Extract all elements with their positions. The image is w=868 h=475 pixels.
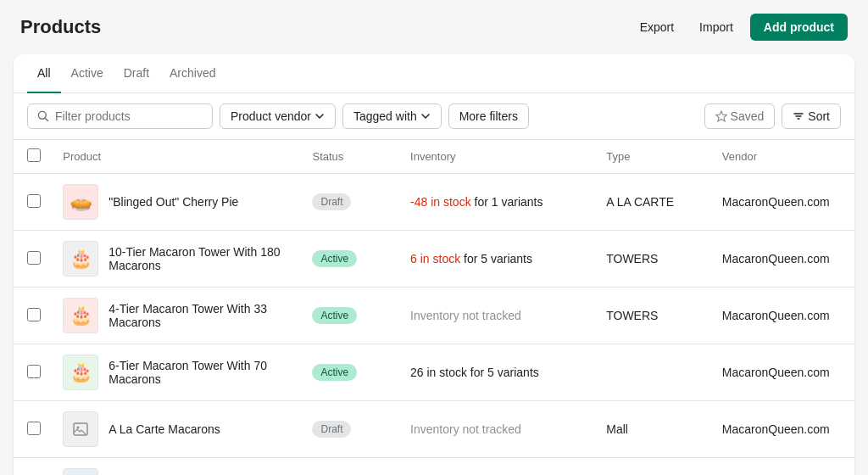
product-type: TOWERS bbox=[596, 231, 712, 288]
tagged-with-label: Tagged with bbox=[353, 109, 417, 123]
tab-archived[interactable]: Archived bbox=[159, 54, 225, 93]
product-thumbnail bbox=[63, 411, 98, 447]
tab-draft[interactable]: Draft bbox=[114, 54, 159, 93]
col-header-type: Type bbox=[596, 140, 712, 174]
product-thumbnail: 🎂 bbox=[63, 355, 98, 390]
sort-icon bbox=[793, 110, 804, 122]
product-name: 10-Tier Macaron Tower With 180 Macarons bbox=[108, 245, 292, 272]
add-product-button[interactable]: Add product bbox=[750, 14, 848, 41]
product-vendor: MacaronQueen.com bbox=[712, 344, 854, 401]
status-badge: Draft bbox=[312, 193, 351, 210]
more-filters-button[interactable]: More filters bbox=[448, 103, 529, 129]
product-vendor: MacaronQueen.com bbox=[712, 288, 854, 344]
product-name: "Blinged Out" Cherry Pie bbox=[108, 195, 238, 209]
import-button[interactable]: Import bbox=[691, 15, 742, 39]
product-vendor: MacaronQueen.com bbox=[712, 458, 854, 476]
row-checkbox[interactable] bbox=[27, 194, 41, 208]
products-card: All Active Draft Archived Product vendor… bbox=[14, 54, 854, 475]
product-thumbnail: 🎂 bbox=[63, 241, 98, 277]
row-checkbox[interactable] bbox=[27, 308, 41, 321]
status-badge: Active bbox=[312, 250, 357, 267]
image-placeholder-icon bbox=[72, 421, 89, 438]
product-cell: 🥧 "Blinged Out" Cherry Pie bbox=[63, 184, 292, 220]
row-checkbox[interactable] bbox=[27, 422, 41, 435]
products-table: Product Status Inventory Type Vendor 🥧 "… bbox=[14, 140, 854, 475]
status-badge: Active bbox=[312, 307, 357, 324]
col-header-vendor: Vendor bbox=[712, 140, 854, 174]
product-name: 4-Tier Macaron Tower With 33 Macarons bbox=[108, 302, 292, 329]
product-vendor-label: Product vendor bbox=[231, 109, 311, 123]
tab-active[interactable]: Active bbox=[61, 54, 114, 93]
saved-button[interactable]: Saved bbox=[704, 103, 776, 129]
table-row: A La Carte Macarons DraftInventory not t… bbox=[14, 401, 854, 458]
product-vendor: MacaronQueen.com bbox=[712, 231, 854, 288]
product-type: TOWERS bbox=[596, 288, 712, 344]
page-title: Products bbox=[20, 16, 101, 38]
row-checkbox[interactable] bbox=[27, 251, 41, 265]
chevron-down-icon bbox=[420, 111, 431, 121]
product-vendor-filter[interactable]: Product vendor bbox=[220, 103, 336, 129]
table-row: 🥧 "Blinged Out" Cherry Pie Draft-48 in s… bbox=[14, 174, 854, 231]
header-actions: Export Import Add product bbox=[632, 14, 848, 41]
product-cell: 🥐 Almond Croissant bbox=[63, 468, 292, 475]
inventory-value: -48 in stock for 1 variants bbox=[410, 195, 542, 209]
inventory-value: Inventory not tracked bbox=[410, 309, 521, 322]
inventory-value: Inventory not tracked bbox=[410, 422, 521, 436]
product-cell: 🎂 4-Tier Macaron Tower With 33 Macarons bbox=[63, 298, 292, 333]
search-icon bbox=[36, 109, 50, 123]
product-cell: 🎂 6-Tier Macaron Tower With 70 Macarons bbox=[63, 355, 292, 390]
more-filters-label: More filters bbox=[459, 109, 518, 123]
sort-button[interactable]: Sort bbox=[782, 103, 841, 129]
table-row: 🎂 6-Tier Macaron Tower With 70 Macarons … bbox=[14, 344, 854, 401]
search-box[interactable] bbox=[27, 103, 213, 129]
table-row: 🎂 10-Tier Macaron Tower With 180 Macaron… bbox=[14, 231, 854, 288]
table-row: 🎂 4-Tier Macaron Tower With 33 Macarons … bbox=[14, 288, 854, 344]
product-type: A LA CARTE bbox=[596, 174, 712, 231]
sort-label: Sort bbox=[808, 109, 830, 123]
product-type: A LA CARTE bbox=[596, 458, 712, 476]
inventory-value: 6 in stock for 5 variants bbox=[410, 252, 532, 265]
col-header-status: Status bbox=[302, 140, 400, 174]
table-row: 🥐 Almond Croissant Draft-116 in stock fo… bbox=[14, 458, 854, 476]
product-vendor: MacaronQueen.com bbox=[712, 401, 854, 458]
product-name: A La Carte Macarons bbox=[108, 422, 220, 436]
product-vendor: MacaronQueen.com bbox=[712, 174, 854, 231]
row-checkbox[interactable] bbox=[27, 365, 41, 378]
tab-all[interactable]: All bbox=[27, 54, 61, 93]
product-type: Mall bbox=[596, 401, 712, 458]
filters-row: Product vendor Tagged with More filters … bbox=[14, 93, 854, 140]
export-button[interactable]: Export bbox=[632, 15, 682, 39]
product-cell: A La Carte Macarons bbox=[63, 411, 292, 447]
product-thumbnail: 🎂 bbox=[63, 298, 98, 333]
star-icon bbox=[715, 110, 727, 122]
search-input[interactable] bbox=[55, 109, 203, 123]
select-all-checkbox[interactable] bbox=[27, 148, 41, 162]
tagged-with-filter[interactable]: Tagged with bbox=[342, 103, 442, 129]
inventory-value: 26 in stock for 5 variants bbox=[410, 366, 539, 379]
status-badge: Active bbox=[312, 364, 357, 381]
col-header-product: Product bbox=[53, 140, 302, 174]
product-name: 6-Tier Macaron Tower With 70 Macarons bbox=[108, 359, 292, 386]
product-cell: 🎂 10-Tier Macaron Tower With 180 Macaron… bbox=[63, 241, 292, 277]
tabs-container: All Active Draft Archived bbox=[14, 54, 854, 93]
saved-label: Saved bbox=[731, 109, 765, 123]
page-header: Products Export Import Add product bbox=[0, 0, 868, 54]
chevron-down-icon bbox=[314, 111, 325, 121]
svg-line-1 bbox=[45, 118, 48, 121]
status-badge: Draft bbox=[312, 421, 351, 438]
product-thumbnail: 🥐 bbox=[63, 468, 98, 475]
svg-marker-2 bbox=[715, 111, 726, 121]
svg-point-7 bbox=[77, 427, 80, 429]
product-type bbox=[596, 344, 712, 401]
product-thumbnail: 🥧 bbox=[63, 184, 98, 220]
col-header-inventory: Inventory bbox=[400, 140, 596, 174]
table-header-row: Product Status Inventory Type Vendor bbox=[14, 140, 854, 174]
